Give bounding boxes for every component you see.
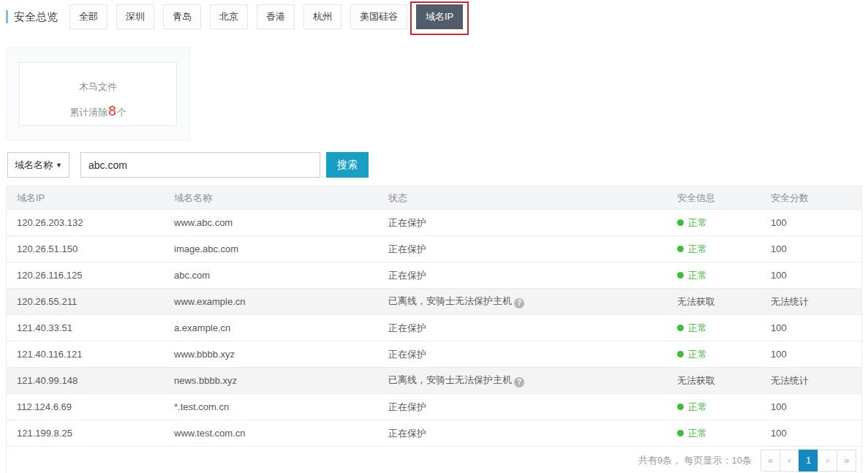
cell-domain-name: www.example.cn (164, 296, 378, 307)
security-info-text: 正常 (688, 216, 707, 230)
trojan-summary-card: 木马文件 累计清除8个 (19, 62, 177, 126)
status-normal-dot (677, 246, 684, 252)
status-text: 正在保护 (388, 322, 426, 333)
region-tab[interactable]: 深圳 (116, 4, 154, 29)
pagination: « ‹ 1 › » (761, 450, 856, 472)
security-info-text: 正常 (688, 269, 707, 282)
cell-domain-ip: 121.40.99.148 (7, 375, 164, 386)
status-normal-dot (677, 430, 684, 436)
search-input[interactable] (80, 152, 320, 178)
search-bar: 域名名称 ▼ 搜索 (7, 152, 868, 178)
trojan-summary-panel: 木马文件 累计清除8个 (6, 48, 190, 140)
region-tab-label: 青岛 (173, 10, 192, 23)
cell-domain-name: news.bbbb.xyz (164, 375, 378, 386)
status-normal-dot (677, 325, 684, 331)
region-tab-label: 深圳 (126, 10, 145, 23)
cell-security-score: 100 (761, 349, 861, 360)
table-body: 120.26.203.132 www.abc.com 正在保护? 正常 100 … (7, 209, 861, 446)
table-row: 121.199.8.25 www.test.com.cn 正在保护? 正常 10… (7, 420, 861, 446)
status-text: 已离线，安骑士无法保护主机 (388, 374, 512, 385)
status-normal-dot (677, 351, 684, 357)
pagination-next[interactable]: › (818, 450, 837, 472)
cell-security-info: 正常 (667, 348, 761, 361)
table-row: 121.40.116.121 www.bbbb.xyz 正在保护? 正常 100 (7, 341, 861, 367)
search-button[interactable]: 搜索 (326, 152, 369, 178)
cell-security-score: 无法统计 (761, 374, 861, 387)
cell-domain-ip: 121.40.33.51 (7, 322, 164, 333)
cell-domain-name: www.abc.com (164, 217, 378, 228)
cleared-label: 累计清除 (69, 107, 107, 118)
chevron-down-icon: ▼ (56, 162, 62, 169)
region-tab-label: 美国硅谷 (360, 10, 398, 23)
cell-domain-ip: 120.26.51.150 (7, 243, 164, 254)
region-tab[interactable]: 域名IP (416, 4, 463, 29)
pagination-last[interactable]: » (837, 450, 856, 472)
region-tab[interactable]: 青岛 (163, 4, 201, 29)
col-header-domain-name: 域名名称 (164, 192, 378, 205)
status-text: 正在保护 (388, 217, 426, 228)
domain-filter-select[interactable]: 域名名称 ▼ (7, 152, 69, 178)
cell-security-score: 100 (761, 217, 861, 228)
region-tab-label: 域名IP (426, 10, 453, 23)
cell-status: 正在保护? (378, 348, 667, 361)
cell-domain-ip: 121.40.116.121 (7, 349, 164, 360)
region-tab-label: 杭州 (313, 10, 332, 23)
cell-status: 正在保护? (378, 322, 667, 335)
pagination-prev[interactable]: ‹ (780, 450, 799, 472)
trojan-cleared-line: 累计清除8个 (20, 103, 176, 119)
cell-status: 已离线，安骑士无法保护主机? (378, 374, 667, 387)
cell-domain-name: www.test.com.cn (164, 428, 378, 439)
security-info-text: 无法获取 (677, 295, 715, 309)
table-header-row: 域名IP 域名名称 状态 安全信息 安全分数 (7, 186, 861, 209)
security-info-text: 无法获取 (677, 374, 715, 387)
table-row: 121.40.33.51 a.example.cn 正在保护? 正常 100 (7, 314, 861, 341)
status-normal-dot (677, 404, 684, 410)
region-tab[interactable]: 美国硅谷 (350, 4, 407, 29)
help-icon[interactable]: ? (514, 377, 524, 387)
cell-status: 正在保护? (378, 401, 667, 414)
cell-domain-ip: 120.26.203.132 (7, 217, 164, 228)
cell-security-info: 正常 (667, 243, 761, 256)
cell-domain-name: image.abc.com (164, 243, 378, 254)
cell-security-info: 正常 (667, 427, 761, 440)
record-count-summary: 共有9条， 每页显示：10条 (638, 454, 752, 467)
security-info-text: 正常 (688, 322, 707, 335)
region-tab[interactable]: 全部 (69, 4, 107, 29)
region-tab[interactable]: 杭州 (303, 4, 341, 29)
cell-status: 正在保护? (378, 427, 667, 440)
status-text: 已离线，安骑士无法保护主机 (388, 295, 512, 306)
pagination-page-1[interactable]: 1 (799, 450, 818, 472)
col-header-status: 状态 (378, 192, 667, 205)
cleared-unit: 个 (117, 107, 127, 118)
page-title: 安全总览 (6, 10, 58, 23)
pagination-first[interactable]: « (761, 450, 780, 472)
cell-domain-ip: 120.26.116.125 (7, 270, 164, 281)
cell-security-info: 正常 (667, 401, 761, 414)
region-tab[interactable]: 北京 (210, 4, 248, 29)
trojan-card-title: 木马文件 (20, 80, 176, 94)
filter-selected-label: 域名名称 (15, 159, 53, 172)
cell-status: 正在保护? (378, 269, 667, 282)
security-info-text: 正常 (688, 427, 707, 440)
status-text: 正在保护 (388, 270, 426, 281)
cell-security-info: 无法获取 (667, 295, 761, 309)
cell-domain-name: abc.com (164, 270, 378, 281)
col-header-security-score: 安全分数 (761, 192, 861, 205)
cell-domain-ip: 121.199.8.25 (7, 428, 164, 439)
table-row: 120.26.116.125 abc.com 正在保护? 正常 100 (7, 262, 861, 288)
table-footer: 共有9条， 每页显示：10条 « ‹ 1 › » (7, 446, 861, 473)
region-tab[interactable]: 香港 (257, 4, 295, 29)
help-icon[interactable]: ? (514, 298, 524, 309)
region-tab-label: 全部 (79, 10, 98, 23)
region-tab-label: 香港 (266, 10, 285, 23)
page-header: 安全总览 全部 深圳 青岛 北京 香港 杭州 美国硅谷 域名IP (6, 4, 868, 30)
cell-security-score: 无法统计 (761, 295, 861, 309)
status-text: 正在保护 (388, 243, 426, 254)
security-info-text: 正常 (688, 348, 707, 361)
cell-domain-ip: 120.26.55.211 (7, 296, 164, 307)
col-header-security-info: 安全信息 (667, 192, 761, 205)
security-info-text: 正常 (688, 243, 707, 256)
cell-domain-name: *.test.com.cn (164, 401, 378, 412)
status-text: 正在保护 (388, 428, 426, 439)
cell-domain-name: a.example.cn (164, 322, 378, 333)
